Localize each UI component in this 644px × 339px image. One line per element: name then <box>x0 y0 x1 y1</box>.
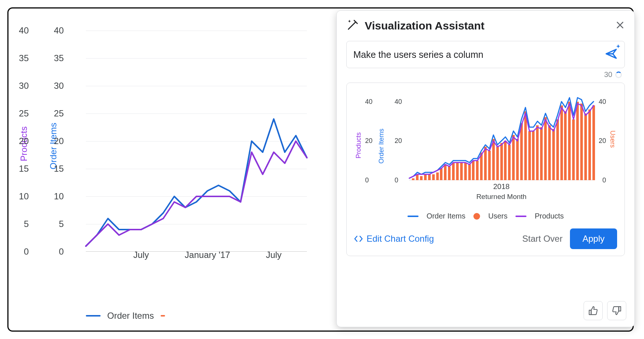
panel-title: Visualization Assistant <box>365 20 609 32</box>
chart-preview-card: Products Order Items Users 02040 02040 0… <box>346 83 625 256</box>
y-tick: 25 <box>54 108 64 119</box>
preview-x-title: Returned Month <box>409 193 594 201</box>
x-tick-july-2: July <box>266 250 282 260</box>
legend-swatch-order-items <box>407 216 419 217</box>
y-tick: 0 <box>395 177 398 184</box>
y-tick: 10 <box>54 191 64 202</box>
legend-swatch-products <box>515 216 526 217</box>
preview-legend: Order Items Users Products <box>354 212 617 220</box>
y-tick: 25 <box>19 108 29 119</box>
counter-row: 30 <box>346 68 625 83</box>
close-button[interactable] <box>615 20 625 31</box>
y-tick: 40 <box>19 25 29 36</box>
counter-value: 30 <box>604 70 612 79</box>
legend-label-users: Users <box>488 212 507 220</box>
main-chart: Products Order Items 0510152025303540 05… <box>20 23 314 314</box>
preview-x-year: 2018 <box>409 182 594 191</box>
main-plot-area <box>86 31 307 252</box>
y-tick: 15 <box>54 164 64 174</box>
y-tick: 0 <box>365 177 369 184</box>
y-tick: 35 <box>19 53 29 63</box>
legend-label-order-items: Order Items <box>427 212 466 220</box>
prompt-text[interactable]: Make the users series a column <box>353 49 600 60</box>
y-tick: 40 <box>599 98 606 105</box>
y-tick: 40 <box>365 98 372 105</box>
preview-chart: Products Order Items Users 02040 02040 0… <box>354 88 617 210</box>
visualization-assistant-panel: Visualization Assistant Make the users s… <box>336 10 635 327</box>
preview-plot-area <box>409 92 594 180</box>
y-tick: 20 <box>395 137 402 145</box>
edit-chart-config-button[interactable]: Edit Chart Config <box>354 234 434 244</box>
send-button[interactable] <box>605 47 618 62</box>
preview-y-label-users: Users <box>609 130 616 148</box>
y-tick: 30 <box>19 81 29 91</box>
apply-button[interactable]: Apply <box>570 228 617 249</box>
y-tick: 5 <box>24 219 29 229</box>
y-tick: 5 <box>59 219 64 229</box>
main-chart-lines <box>86 31 307 252</box>
panel-header: Visualization Assistant <box>346 19 625 33</box>
legend-label-order-items: Order Items <box>107 311 154 321</box>
thumbs-up-button[interactable] <box>584 301 603 320</box>
y-tick: 0 <box>602 177 606 184</box>
y-tick: 0 <box>24 247 29 257</box>
sparkle-icon <box>616 44 621 51</box>
preview-y-label-products: Products <box>355 132 363 158</box>
y-tick: 40 <box>54 25 64 36</box>
feedback-buttons <box>584 301 626 320</box>
y-tick: 30 <box>54 81 64 91</box>
main-chart-legend: Order Items <box>86 311 165 321</box>
legend-swatch-users <box>473 213 480 220</box>
legend-label-products: Products <box>535 212 564 220</box>
y-tick: 20 <box>19 136 29 146</box>
magic-wand-icon <box>346 19 359 33</box>
legend-swatch-users-partial <box>161 315 165 317</box>
x-tick-july-1: July <box>133 250 149 260</box>
app-frame: Products Order Items 0510152025303540 05… <box>7 7 634 332</box>
y-tick: 15 <box>19 164 29 174</box>
edit-chart-config-label: Edit Chart Config <box>367 234 434 244</box>
loading-spinner-icon <box>615 71 622 78</box>
thumbs-down-button[interactable] <box>607 301 626 320</box>
y-tick: 10 <box>19 191 29 202</box>
x-tick-january-17: January '17 <box>185 250 230 260</box>
y-tick: 35 <box>54 53 64 63</box>
legend-swatch-order-items <box>86 315 101 317</box>
y-tick: 40 <box>395 98 402 105</box>
preview-actions: Edit Chart Config Start Over Apply <box>354 228 617 249</box>
y-tick: 20 <box>54 136 64 146</box>
prompt-input-row[interactable]: Make the users series a column <box>346 41 625 68</box>
y-tick: 20 <box>365 137 372 145</box>
y-tick: 0 <box>59 247 64 257</box>
start-over-button[interactable]: Start Over <box>522 234 563 244</box>
preview-lines <box>409 92 594 180</box>
y-tick: 20 <box>599 137 606 145</box>
preview-y-label-order-items: Order Items <box>378 129 385 164</box>
